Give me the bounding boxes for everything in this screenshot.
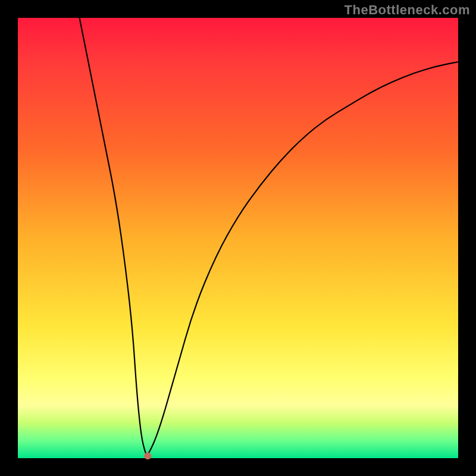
- curve-svg: [18, 18, 458, 458]
- bottleneck-curve: [80, 18, 458, 455]
- chart-frame: TheBottleneck.com: [0, 0, 476, 476]
- watermark-text: TheBottleneck.com: [345, 2, 470, 18]
- minimum-marker: [144, 452, 151, 459]
- plot-area: [18, 18, 458, 458]
